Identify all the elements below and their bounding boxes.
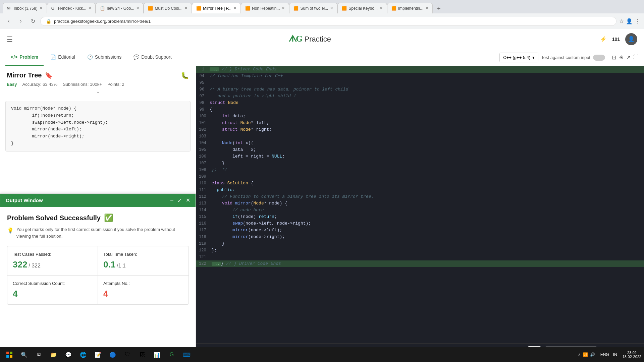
up-arrow-icon[interactable]: ∧ <box>578 352 581 357</box>
tab-mirrortree[interactable]: 🟧 Mirror Tree | P... ✕ <box>192 3 241 13</box>
problem-header: Mirror Tree 🔖 🐛 Easy Accuracy: 63.43% Su… <box>0 66 196 89</box>
code-line-row: 119 } <box>196 240 644 247</box>
tab-mustdo-close[interactable]: ✕ <box>184 6 187 10</box>
tab-hindex[interactable]: G H-index - Kick... ✕ <box>47 3 96 13</box>
tab-problem[interactable]: </> Problem <box>5 49 44 66</box>
new-tab-button[interactable]: + <box>434 4 443 13</box>
header-right: ⚡ 101 👤 <box>600 33 637 45</box>
theme-icon[interactable]: ☀ <box>619 54 624 61</box>
success-check-icon: ✅ <box>104 214 113 222</box>
bookmark-icon[interactable]: 🔖 <box>45 72 52 79</box>
line-number: 112 <box>196 193 212 200</box>
tab-doubt[interactable]: 💬 Doubt Support <box>128 49 177 66</box>
code-editor[interactable]: 1 ... // } Driver Code Ends 94 // functi… <box>196 66 644 343</box>
custom-input-switch[interactable] <box>593 55 605 61</box>
tab-mirrortree-close[interactable]: ✕ <box>233 6 236 10</box>
tab-submissions[interactable]: 🕐 Submissions <box>82 49 127 66</box>
date-display: 18-02-2022 <box>623 355 641 359</box>
tab-sumtwo[interactable]: 🟧 Sum of two el... ✕ <box>289 3 337 13</box>
teams-button[interactable]: 💬 <box>62 348 75 361</box>
tab-mustdo[interactable]: 🟧 Must Do Codi... ✕ <box>144 3 192 13</box>
line-text: struct Node <box>210 100 644 106</box>
reload-button[interactable]: ↻ <box>28 16 38 26</box>
language-dropdown[interactable]: C++ (g++ 5.4) ▾ <box>499 53 538 62</box>
tab-editorial[interactable]: 📄 Editorial <box>45 49 80 66</box>
file-explorer-button[interactable]: 📁 <box>47 348 60 361</box>
tab-nonrepeating-close[interactable]: ✕ <box>282 6 285 10</box>
stat-test-cases: Test Cases Passed: 322 / 322 <box>7 246 98 276</box>
photos-button[interactable]: 🖼 <box>136 348 149 361</box>
scroll-indicator: ⌃ <box>0 89 196 98</box>
tab-nonrepeating-label: Non Repeatin... <box>252 6 280 11</box>
tab-doubt-label: Doubt Support <box>141 54 171 60</box>
taskview-button[interactable]: ⧉ <box>32 348 46 361</box>
start-button[interactable] <box>3 348 16 361</box>
fullscreen-icon[interactable]: ⊡ <box>612 54 616 61</box>
line-number: 101 <box>196 120 212 126</box>
tab-gmail[interactable]: ✉ Inbox (3,758) ✕ <box>3 3 47 13</box>
bookmark-star-icon[interactable]: ☆ <box>619 18 624 24</box>
stat-attempts-label: Attempts No.: <box>103 281 183 286</box>
tab-google-close[interactable]: ✕ <box>136 6 139 10</box>
tab-sumtwo-close[interactable]: ✕ <box>330 6 333 10</box>
line-number: 107 <box>196 160 212 167</box>
address-bar[interactable]: 🔒 practice.geeksforgeeks.org/problems/mi… <box>40 17 616 26</box>
submissions-icon: 🕐 <box>87 54 93 60</box>
svg-rect-2 <box>10 352 12 354</box>
excel-button[interactable]: 📊 <box>150 348 164 361</box>
line-text: if(!node) return; <box>212 214 644 220</box>
tab-gmail-close[interactable]: ✕ <box>40 6 43 10</box>
info-text: 💡 You get marks only for the first corre… <box>7 226 189 239</box>
excel-icon: 📊 <box>154 352 160 358</box>
more-options-icon[interactable]: ⋮ <box>635 18 640 24</box>
profile-icon[interactable]: 👤 <box>626 18 633 24</box>
chrome-button[interactable]: 🔵 <box>106 348 119 361</box>
line-number: 108 <box>196 167 212 173</box>
line-number: 99 <box>196 106 210 113</box>
expand-icon[interactable]: ⛶ <box>633 54 639 61</box>
network-icon[interactable]: 📶 <box>583 352 588 357</box>
bug-icon[interactable]: 🐛 <box>181 71 189 79</box>
edge-button[interactable]: 🌐 <box>76 348 90 361</box>
hamburger-menu[interactable]: ☰ <box>7 35 13 43</box>
line-number: 120 <box>196 247 212 254</box>
gfg-taskbar-button[interactable]: G <box>165 348 178 361</box>
tab-keyboard-close[interactable]: ✕ <box>380 6 383 10</box>
line-number: 111 <box>196 187 212 193</box>
maximize-icon[interactable]: ⤢ <box>177 197 182 203</box>
svg-rect-3 <box>6 355 9 358</box>
nav-actions: ☆ 👤 ⋮ <box>619 18 640 24</box>
line-number: 122 <box>196 260 212 267</box>
keyboard-favicon: 🟧 <box>342 6 346 11</box>
line-text: ...} // } Driver Code Ends <box>212 260 644 267</box>
line-number: 102 <box>196 126 212 133</box>
security-button[interactable]: 🛡 <box>121 348 134 361</box>
user-avatar[interactable]: 👤 <box>625 33 637 45</box>
line-text: // code here <box>212 207 644 214</box>
code-line-row: 113 void mirror(Node* node) { <box>196 200 644 207</box>
sound-icon[interactable]: 🔊 <box>590 352 595 357</box>
tab-keyboard-label: Special Keybo... <box>348 6 378 11</box>
tab-keyboard[interactable]: 🟧 Special Keybo... ✕ <box>337 3 387 13</box>
right-panel: 1 ... // } Driver Code Ends 94 // functi… <box>196 66 644 362</box>
minimize-icon[interactable]: – <box>170 197 173 203</box>
search-taskbar-button[interactable]: 🔍 <box>17 348 31 361</box>
back-button[interactable]: ‹ <box>4 16 13 26</box>
output-header: Output Window – ⤢ ✕ <box>0 194 196 207</box>
tab-hindex-close[interactable]: ✕ <box>88 6 91 10</box>
code-line-row: 96 /* A binary tree node has data, point… <box>196 86 644 93</box>
bolt-icon: ⚡ <box>600 36 607 42</box>
tab-implementing[interactable]: 🟧 Implementin... ✕ <box>387 3 433 13</box>
windows-logo-icon <box>6 352 12 358</box>
forward-button[interactable]: › <box>16 16 25 26</box>
tab-nonrepeating[interactable]: 🟧 Non Repeatin... ✕ <box>241 3 289 13</box>
tab-implementing-close[interactable]: ✕ <box>425 6 428 10</box>
code-line-row: 112 // Function to convert a binary tree… <box>196 193 644 200</box>
close-icon[interactable]: ✕ <box>186 197 190 203</box>
notepad-button[interactable]: 📝 <box>91 348 105 361</box>
line-text: int data; <box>212 113 644 120</box>
tab-google[interactable]: 📋 new 24 - Goo... ✕ <box>96 3 144 13</box>
line-text: left = right = NULL; <box>212 153 644 160</box>
share-icon[interactable]: ↗ <box>626 54 631 61</box>
vscode-button[interactable]: ⌨ <box>180 348 193 361</box>
